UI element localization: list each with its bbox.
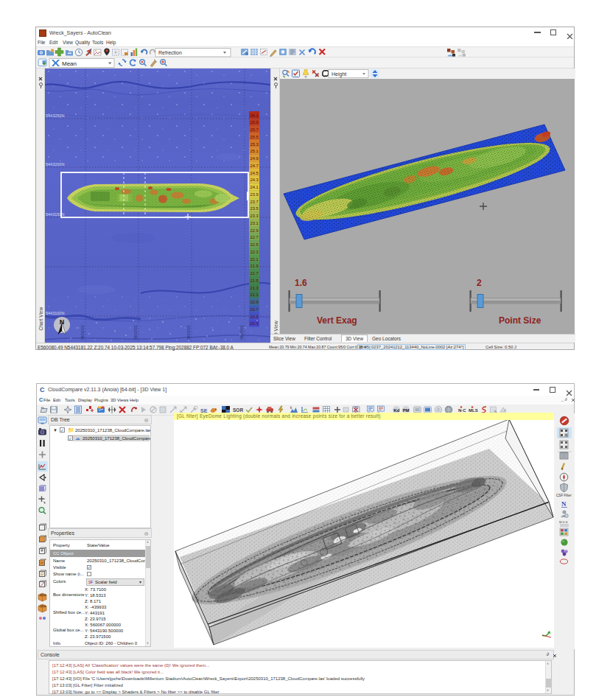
svg-text:20.7: 20.7	[250, 307, 259, 312]
svg-text:N: N	[561, 500, 567, 508]
svg-text:22.7: 22.7	[250, 235, 259, 239]
svg-text:23.3: 23.3	[250, 214, 259, 218]
svg-text:5443100N: 5443100N	[46, 311, 64, 315]
svg-text:23.1: 23.1	[250, 221, 259, 225]
svg-text:20.9: 20.9	[250, 300, 259, 304]
svg-text:5443250N: 5443250N	[46, 113, 64, 118]
svg-text:23.9: 23.9	[250, 192, 259, 197]
svg-text:Point Size: Point Size	[499, 315, 541, 326]
svg-text:25.5: 25.5	[250, 135, 259, 139]
svg-text:Mean: Mean	[62, 60, 77, 67]
svg-text:560100E: 560100E	[80, 324, 85, 340]
svg-text:24.7: 24.7	[250, 164, 259, 168]
svg-text:21.1: 21.1	[250, 293, 259, 297]
svg-text:22.9: 22.9	[250, 228, 259, 233]
svg-text:MESH: MESH	[40, 594, 46, 597]
svg-text:k: k	[290, 406, 292, 410]
svg-text:24.3: 24.3	[250, 178, 259, 182]
svg-text:24.5: 24.5	[250, 171, 259, 175]
svg-text:2: 2	[477, 278, 482, 288]
svg-text:DATA: DATA	[40, 605, 46, 608]
svg-text:Height: Height	[332, 71, 346, 77]
svg-text:PM: PM	[403, 408, 410, 413]
svg-text:20.5: 20.5	[250, 315, 259, 319]
svg-text:Kd: Kd	[393, 408, 399, 413]
svg-text:25.3: 25.3	[250, 142, 259, 147]
svg-text:21.9: 21.9	[250, 264, 259, 268]
svg-text:21.3: 21.3	[250, 286, 259, 290]
svg-text:20.3: 20.3	[250, 321, 259, 326]
svg-text:560150E: 560150E	[133, 324, 138, 340]
svg-text:24.9: 24.9	[250, 156, 259, 161]
svg-text:25.7: 25.7	[250, 127, 259, 132]
svg-text:560200E: 560200E	[186, 324, 191, 340]
svg-text:SOR: SOR	[233, 407, 243, 413]
svg-text:26.1: 26.1	[250, 113, 259, 118]
svg-text:CSF Filter: CSF Filter	[556, 494, 572, 497]
svg-text:23.7: 23.7	[250, 200, 259, 204]
svg-text:Refrection: Refrection	[158, 50, 182, 55]
svg-text:22.1: 22.1	[250, 257, 259, 262]
svg-text:25.1: 25.1	[250, 149, 259, 153]
svg-text:21.7: 21.7	[250, 271, 259, 276]
svg-text:560250E: 560250E	[239, 324, 244, 340]
svg-text:24.1: 24.1	[250, 185, 259, 189]
svg-text:22.5: 22.5	[250, 242, 259, 247]
svg-text:21.5: 21.5	[250, 279, 259, 283]
svg-text:22.3: 22.3	[250, 250, 259, 254]
svg-text:Vert Exag: Vert Exag	[317, 315, 357, 326]
svg-text:1.6: 1.6	[295, 278, 307, 288]
svg-text:25.9: 25.9	[250, 120, 259, 125]
svg-text:M.D.S: M.D.S	[559, 520, 568, 524]
svg-text:5443200N: 5443200N	[46, 162, 64, 167]
svg-text:23.5: 23.5	[250, 206, 259, 211]
